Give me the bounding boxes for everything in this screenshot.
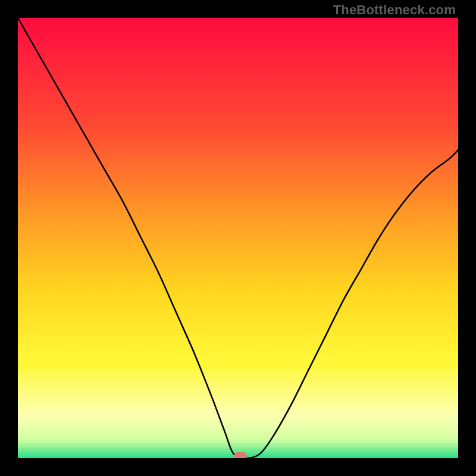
chart-frame: TheBottleneck.com bbox=[0, 0, 476, 476]
min-marker bbox=[234, 452, 247, 458]
plot-area bbox=[18, 18, 458, 458]
watermark-text: TheBottleneck.com bbox=[333, 2, 456, 18]
bottleneck-curve bbox=[18, 18, 458, 458]
